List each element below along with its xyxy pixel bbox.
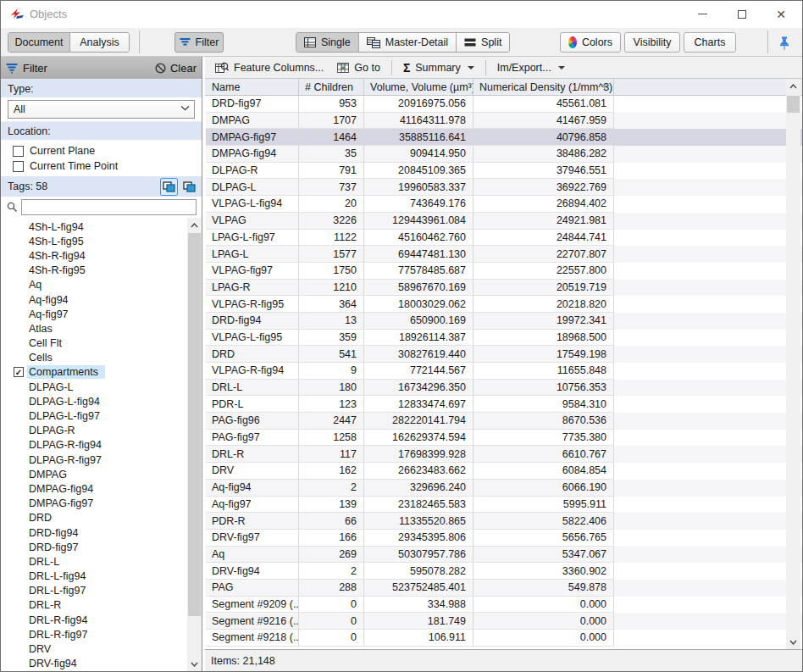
table-row[interactable]: VLPAG-L-fig9535918926114.38718968.500 [206, 330, 802, 347]
table-cell[interactable]: DLPAG-R [206, 163, 299, 180]
colors-button[interactable]: Colors [560, 32, 621, 53]
table-cell[interactable]: DRD-fig97 [206, 96, 299, 113]
table-cell[interactable]: DRD [206, 346, 299, 363]
table-row[interactable]: Segment #9209 (...0334.9880.000 [206, 597, 802, 614]
table-cell[interactable]: PAG [206, 580, 299, 597]
table-cell[interactable]: VLPAG [206, 213, 299, 230]
table-row[interactable]: DLPAG-R79120845109.36537946.551 [206, 163, 802, 180]
table-cell[interactable]: 523752485.401 [364, 580, 473, 597]
table-cell[interactable]: DMPAG [206, 113, 299, 130]
table-cell[interactable]: 9584.310 [473, 396, 614, 413]
table-row[interactable]: DRV-fig9716629345395.8065656.765 [206, 530, 802, 547]
table-row[interactable]: VLPAG3226129443961.08424921.981 [206, 213, 802, 230]
scroll-down-icon[interactable] [187, 657, 202, 671]
minimize-button[interactable] [683, 1, 722, 27]
tag-item[interactable]: DLPAG-R [1, 424, 186, 438]
table-scrollbar[interactable] [786, 79, 800, 649]
table-row[interactable]: Aq26950307957.7865347.067 [206, 547, 802, 564]
table-cell[interactable]: 45160462.760 [364, 230, 473, 247]
table-cell[interactable]: 38486.282 [473, 146, 614, 163]
table-cell[interactable]: 58967670.169 [364, 280, 473, 297]
table-cell[interactable]: 69447481.130 [364, 246, 473, 263]
tag-item[interactable]: DLPAG-R-fig97 [1, 453, 186, 467]
table-cell[interactable]: 162629374.594 [364, 430, 473, 447]
table-row[interactable]: LPAG-R121058967670.16920519.719 [206, 280, 802, 297]
table-cell[interactable]: DMPAG-fig97 [206, 129, 299, 146]
current-time-point-option[interactable]: Current Time Point [1, 158, 202, 174]
tag-checkbox[interactable]: ✓ [14, 367, 24, 377]
pin-button[interactable] [775, 34, 794, 53]
split-view-button[interactable]: Split [456, 33, 509, 52]
table-row[interactable]: DRV16226623483.6626084.854 [206, 463, 802, 480]
table-cell[interactable]: VLPAG-fig97 [206, 263, 299, 280]
table-row[interactable]: PDR-L12312833474.6979584.310 [206, 396, 802, 413]
table-cell[interactable]: 20218.820 [473, 296, 614, 313]
table-cell[interactable]: 2447 [299, 413, 364, 430]
table-cell[interactable]: 334.988 [364, 597, 473, 614]
tag-item[interactable]: DRV [1, 641, 186, 656]
tag-item[interactable]: Aq-fig97 [1, 307, 186, 321]
table-cell[interactable]: DRL-R [206, 446, 299, 463]
table-cell[interactable]: 1577 [299, 246, 364, 263]
table-cell[interactable]: 8670.536 [473, 413, 614, 430]
tag-item[interactable]: DLPAG-L-fig94 [1, 394, 186, 408]
tag-item[interactable]: DRL-L-fig94 [1, 569, 186, 584]
table-cell[interactable]: 364 [299, 296, 364, 313]
table-cell[interactable]: Aq-fig94 [206, 480, 299, 497]
table-cell[interactable]: 1750 [299, 263, 364, 280]
table-cell[interactable]: VLPAG-L-fig94 [206, 196, 299, 213]
table-cell[interactable]: 24844.741 [473, 230, 614, 247]
table-cell[interactable]: 5822.406 [473, 513, 614, 530]
table-row[interactable]: DRL-L18016734296.35010756.353 [206, 380, 802, 397]
tag-item[interactable]: Aq-fig94 [1, 292, 186, 307]
table-cell[interactable]: 77578485.687 [364, 263, 473, 280]
tag-item[interactable]: DLPAG-R-fig94 [1, 438, 186, 453]
table-cell[interactable]: 6066.190 [473, 480, 614, 497]
table-cell[interactable]: Segment #9218 (... [206, 630, 299, 647]
table-cell[interactable]: 0 [299, 597, 364, 614]
go-to-button[interactable]: Go to [333, 60, 385, 75]
filter-toggle-button[interactable]: Filter [174, 32, 224, 53]
table-cell[interactable]: 791 [299, 163, 364, 180]
table-row[interactable]: DMPAG-fig9435909414.95038486.282 [206, 146, 802, 163]
table-row[interactable]: Aq-fig9713923182465.5835995.911 [206, 497, 802, 514]
table-cell[interactable]: 1210 [299, 280, 364, 297]
table-cell[interactable]: 359 [299, 330, 364, 347]
table-cell[interactable]: 26894.402 [473, 196, 614, 213]
table-cell[interactable]: PDR-L [206, 396, 299, 413]
table-cell[interactable]: 139 [299, 497, 364, 514]
tag-item[interactable]: Cell Flt [1, 336, 186, 351]
tags-scrollbar[interactable] [187, 218, 202, 671]
table-cell[interactable]: 3226 [299, 213, 364, 230]
tag-item[interactable]: DMPAG-fig97 [1, 497, 186, 511]
table-cell[interactable]: 0 [299, 630, 364, 647]
table-cell[interactable]: 0.000 [473, 630, 614, 647]
type-select[interactable]: All [8, 100, 195, 119]
table-cell[interactable]: 106.911 [364, 630, 473, 647]
table-cell[interactable]: 6610.767 [473, 446, 614, 463]
table-cell[interactable]: 19960583.337 [364, 179, 473, 196]
tag-item[interactable]: DRD-fig97 [1, 540, 186, 554]
table-cell[interactable]: 772144.567 [364, 363, 473, 380]
table-cell[interactable]: 181.749 [364, 613, 473, 630]
table-row[interactable]: DMPAG-fig97146435885116.64140796.858 [206, 129, 802, 146]
tag-item[interactable]: DRL-L-fig97 [1, 584, 186, 598]
table-cell[interactable]: Segment #9216 (... [206, 613, 299, 630]
table-cell[interactable]: 595078.282 [364, 563, 473, 580]
table-row[interactable]: PDR-R6611335520.8655822.406 [206, 513, 802, 530]
table-cell[interactable]: 5656.765 [473, 530, 614, 547]
table-cell[interactable]: 45561.081 [473, 96, 614, 113]
table-cell[interactable]: PAG-fig97 [206, 430, 299, 447]
table-cell[interactable]: 3360.902 [473, 563, 614, 580]
table-cell[interactable]: 24921.981 [473, 213, 614, 230]
table-cell[interactable]: LPAG-L [206, 246, 299, 263]
tag-item[interactable]: 4Sh-L-fig94 [1, 219, 186, 234]
feature-columns-button[interactable]: Feature Columns... [211, 60, 328, 75]
table-cell[interactable]: 166 [299, 530, 364, 547]
table-cell[interactable]: 11335520.865 [364, 513, 473, 530]
tag-item[interactable]: DRL-R [1, 598, 186, 613]
table-row[interactable]: Aq-fig942329696.2406066.190 [206, 480, 802, 497]
table-cell[interactable]: LPAG-R [206, 280, 299, 297]
tag-item[interactable]: 4Sh-R-fig95 [1, 264, 186, 278]
tag-item[interactable]: DMPAG [1, 467, 186, 481]
